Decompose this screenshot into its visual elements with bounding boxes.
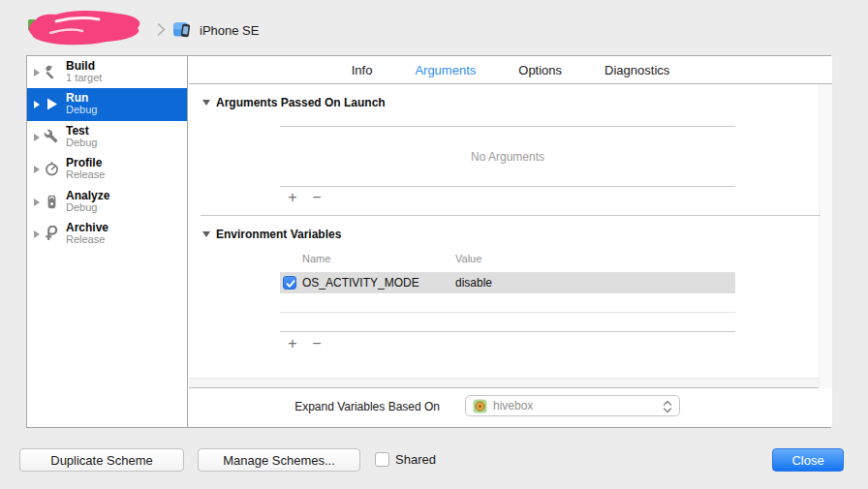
remove-argument-button[interactable]: − [310,190,324,205]
sidebar-item-test[interactable]: Test Debug [27,121,187,153]
section-title: Environment Variables [216,228,341,241]
arguments-section-header: Arguments Passed On Launch [202,96,386,109]
horizontal-scrollbar-track[interactable] [189,378,819,388]
duplicate-scheme-button[interactable]: Duplicate Scheme [19,448,184,472]
scheme-main-area: Info Arguments Options Diagnostics Argum… [189,56,832,427]
sidebar-item-subtitle: Debug [66,137,97,149]
play-icon [44,96,60,112]
no-arguments-placeholder: No Arguments [280,150,735,164]
arguments-add-remove: + − [286,190,324,205]
wrench-icon [44,129,60,145]
add-argument-button[interactable]: + [286,190,299,205]
sidebar-item-run[interactable]: Run Debug [27,88,187,121]
sidebar-item-title: Analyze [66,189,109,202]
add-env-variable-button[interactable]: + [286,336,299,351]
table-line [280,312,735,313]
section-disclosure-icon[interactable] [202,231,210,237]
sidebar-item-title: Profile [66,156,102,169]
close-button[interactable]: Close [772,448,844,472]
sidebar-item-analyze[interactable]: Analyze Debug [27,186,187,218]
sidebar-item-title: Run [66,91,88,105]
gauge-icon [44,161,60,177]
table-line [280,186,735,187]
tab-arguments[interactable]: Arguments [415,63,476,77]
expand-variables-value: hivebox [493,399,533,413]
archive-icon [44,226,60,242]
tab-diagnostics[interactable]: Diagnostics [604,63,669,77]
disclosure-triangle-icon[interactable] [34,101,40,108]
table-line [280,126,735,127]
section-separator [201,215,821,216]
popup-stepper-icon[interactable] [661,399,674,414]
iphone-simulator-icon[interactable] [172,21,192,38]
sidebar-item-title: Build [66,59,95,73]
sidebar-item-build[interactable]: Build 1 target [27,56,187,88]
disclosure-triangle-icon[interactable] [34,69,40,76]
scheme-editor-dialog: iPhone SE Build 1 target Run Debug [0,0,868,489]
checkmark-icon [285,278,296,290]
vertical-scrollbar-track[interactable] [819,84,832,388]
analyze-icon [44,194,60,210]
hammer-icon [44,64,60,80]
section-title: Arguments Passed On Launch [216,96,386,109]
disclosure-triangle-icon[interactable] [34,230,40,238]
disclosure-triangle-icon[interactable] [34,166,40,173]
sidebar-item-title: Test [66,124,89,138]
breadcrumb-chevron-icon [154,21,168,38]
env-variable-checkbox[interactable] [283,276,296,290]
env-variable-name[interactable]: OS_ACTIVITY_MODE [302,276,419,290]
table-line [280,331,735,332]
sidebar-item-profile[interactable]: Profile Release [27,153,187,185]
hivebox-app-icon [473,399,487,413]
sidebar-item-subtitle: Release [66,168,105,181]
scheme-panel: Build 1 target Run Debug Test Debug [26,55,831,428]
sidebar-item-title: Archive [66,221,108,234]
scheme-phase-sidebar: Build 1 target Run Debug Test Debug [27,56,188,427]
breadcrumb: iPhone SE [0,0,868,55]
disclosure-triangle-icon[interactable] [34,134,40,141]
column-header-name: Name [302,253,330,264]
shared-checkbox-label: Shared [395,452,436,467]
sidebar-item-subtitle: Debug [66,201,97,214]
redaction-scribble [27,9,145,47]
expand-variables-popup[interactable]: hivebox [465,395,680,416]
env-add-remove: + − [286,336,324,351]
section-disclosure-icon[interactable] [202,100,210,106]
remove-env-variable-button[interactable]: − [310,336,324,351]
expand-variables-label: Expand Variables Based On [294,400,440,413]
device-name[interactable]: iPhone SE [200,23,259,38]
sidebar-item-subtitle: Debug [66,104,97,116]
sidebar-item-archive[interactable]: Archive Release [27,218,187,250]
sidebar-item-subtitle: 1 target [66,72,102,84]
shared-checkbox[interactable] [375,452,389,467]
tab-options[interactable]: Options [518,63,562,77]
expand-variables-bar: Expand Variables Based On hivebox [189,388,819,427]
column-header-value: Value [455,253,481,264]
env-variable-row[interactable]: OS_ACTIVITY_MODE disable [280,272,735,293]
manage-schemes-button[interactable]: Manage Schemes... [198,448,360,472]
tab-bar: Info Arguments Options Diagnostics [189,56,832,84]
sidebar-item-subtitle: Release [66,233,105,246]
env-variable-value[interactable]: disable [455,276,492,290]
disclosure-triangle-icon[interactable] [34,199,40,206]
tab-info[interactable]: Info [352,63,373,77]
env-section-header: Environment Variables [202,228,341,241]
